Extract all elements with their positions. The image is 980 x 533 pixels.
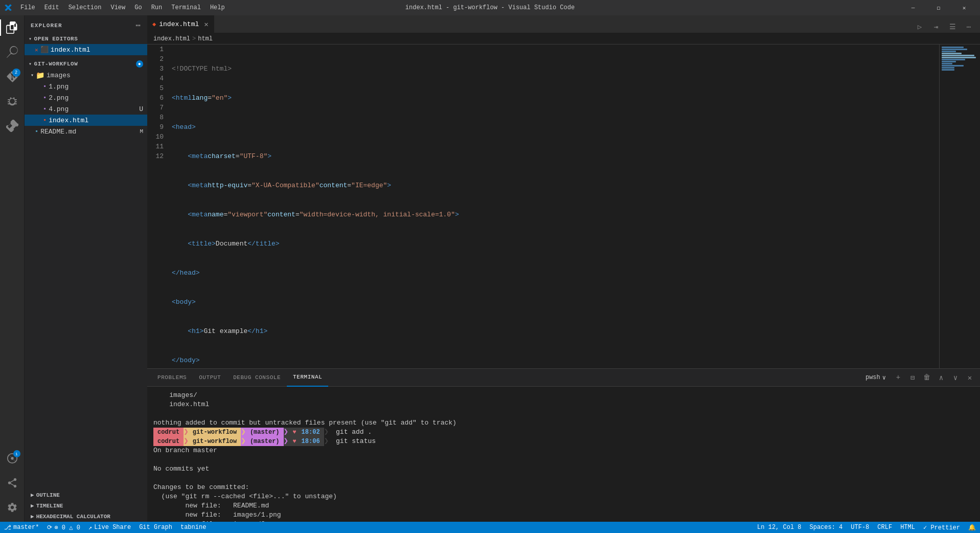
- folder-icon: 📁: [36, 71, 44, 80]
- tab-label: index.html: [159, 20, 199, 28]
- file-readme-label: README.md: [40, 128, 76, 136]
- folder-chevron: ▾: [31, 72, 34, 78]
- terminal-dropdown-icon[interactable]: ∨: [882, 374, 886, 382]
- menu-view[interactable]: View: [106, 3, 129, 12]
- minimize-button[interactable]: —: [901, 0, 925, 15]
- window-controls: — ◻ ✕: [901, 0, 976, 15]
- file-readme-md[interactable]: ▪ README.md M: [25, 126, 147, 137]
- file-2-png[interactable]: ▪ 2.png: [25, 92, 147, 103]
- line-numbers: 1 2 3 4 5 6 7 8 9 10 11 12: [147, 45, 170, 368]
- panel-tab-debug[interactable]: DEBUG CONSOLE: [227, 369, 287, 387]
- code-line-9: <body>: [172, 297, 939, 307]
- terminal-line: (use "git rm --cached <file>..." to unst…: [153, 492, 974, 501]
- close-editor-icon[interactable]: ✕: [35, 47, 38, 53]
- add-terminal-button[interactable]: +: [892, 371, 904, 384]
- status-branch-label: master*: [13, 524, 39, 531]
- timeline-section[interactable]: ▶ TIMELINE: [25, 500, 147, 511]
- status-notifications[interactable]: 🔔: [964, 524, 980, 531]
- status-formatter[interactable]: ✓ Prettier: [919, 524, 964, 531]
- status-sync[interactable]: ⟳ ⊗ 0 △ 0: [43, 522, 84, 533]
- file-1-png[interactable]: ▪ 1.png: [25, 81, 147, 92]
- prompt-time: ♥ 18:02: [288, 428, 324, 437]
- status-liveshare[interactable]: ↗ Live Share: [84, 522, 135, 533]
- split-terminal-button[interactable]: ⊟: [906, 371, 919, 384]
- hexdecimal-section[interactable]: ▶ HEXADECIMAL CALCULATOR: [25, 511, 147, 522]
- code-editor[interactable]: 1 2 3 4 5 6 7 8 9 10 11 12 <!DOCTYPE htm…: [147, 45, 980, 368]
- menu-help[interactable]: Help: [206, 3, 229, 12]
- status-tabnine[interactable]: tabnine: [176, 522, 210, 533]
- maximize-button[interactable]: ◻: [927, 0, 950, 15]
- md-file-icon: ▪: [35, 128, 38, 135]
- activity-settings-icon[interactable]: [0, 495, 25, 520]
- sidebar-new-file-icon[interactable]: ⋯: [135, 20, 141, 31]
- folder-label: images: [47, 72, 71, 79]
- panel-tab-problems[interactable]: PROBLEMS: [151, 369, 193, 387]
- status-spaces[interactable]: Spaces: 4: [806, 524, 847, 531]
- menu-file[interactable]: File: [16, 3, 39, 12]
- terminal-shell-name: pwsh: [865, 374, 880, 381]
- readme-badge: M: [140, 128, 143, 135]
- menu-run[interactable]: Run: [147, 3, 167, 12]
- close-button[interactable]: ✕: [952, 0, 976, 15]
- activity-liveshare-icon[interactable]: [0, 471, 25, 495]
- status-branch[interactable]: ⎇ master*: [0, 522, 43, 533]
- git-workflow-section[interactable]: ▾ GIT-WORKFLOW ●: [25, 58, 147, 70]
- code-line-3: <head>: [172, 122, 939, 132]
- tab-index-html[interactable]: ◆ index.html ✕: [147, 15, 214, 33]
- split-editor-right-icon[interactable]: ⇥: [929, 20, 943, 33]
- terminal-line: [153, 474, 974, 483]
- breadcrumb-element[interactable]: html: [198, 35, 213, 42]
- open-editors-section[interactable]: ▾ Open Editors: [25, 34, 147, 44]
- terminal-line: new file: images/1.png: [153, 510, 974, 520]
- activity-debug-icon[interactable]: [0, 89, 25, 114]
- sidebar-title: Explorer: [31, 23, 62, 29]
- arrow-1: ❯: [184, 428, 189, 437]
- code-line-8: </head>: [172, 268, 939, 278]
- panel-tabs: PROBLEMS OUTPUT DEBUG CONSOLE TERMINAL p…: [147, 369, 980, 387]
- tab-file-icon: ◆: [152, 20, 156, 28]
- terminal-prompt-2: codrut❯git-workflow❯(master)❯♥ 18:06❯ gi…: [153, 437, 974, 446]
- terminal-line: images/: [153, 391, 974, 400]
- trash-terminal-button[interactable]: 🗑: [921, 371, 933, 384]
- activity-search-icon[interactable]: [0, 40, 25, 64]
- activity-git-icon[interactable]: 2: [0, 64, 25, 89]
- activity-extensions-icon[interactable]: [0, 114, 25, 138]
- sidebar-bottom: ▶ OUTLINE ▶ TIMELINE ▶ HEXADECIMAL CALCU…: [25, 490, 147, 522]
- more-actions-icon[interactable]: ⋯: [962, 20, 976, 33]
- collapse-panel-button[interactable]: ∧: [935, 371, 947, 384]
- breadcrumb-file[interactable]: index.html: [153, 35, 190, 42]
- maximize-panel-button[interactable]: ∨: [949, 371, 962, 384]
- menu-terminal[interactable]: Terminal: [167, 3, 205, 12]
- close-panel-button[interactable]: ✕: [964, 371, 976, 384]
- terminal-line: index.html: [153, 400, 974, 409]
- menu-selection[interactable]: Selection: [64, 3, 106, 12]
- toggle-panel-icon[interactable]: ☰: [945, 20, 960, 33]
- code-line-7: <title>Document</title>: [172, 239, 939, 249]
- run-button[interactable]: ▷: [913, 20, 927, 33]
- outline-section[interactable]: ▶ OUTLINE: [25, 490, 147, 500]
- file-4-png[interactable]: ▪ 4.png U: [25, 103, 147, 115]
- status-liveshare-label: Live Share: [94, 524, 131, 531]
- status-eol[interactable]: CRLF: [873, 524, 896, 531]
- code-line-11: </body>: [172, 356, 939, 365]
- status-encoding[interactable]: UTF-8: [847, 524, 873, 531]
- panel-tab-terminal[interactable]: TERMINAL: [287, 369, 328, 387]
- panel-tab-output[interactable]: OUTPUT: [193, 369, 227, 387]
- file-index-html[interactable]: ▪ index.html: [25, 115, 147, 126]
- menu-go[interactable]: Go: [130, 3, 146, 12]
- folder-images[interactable]: ▾ 📁 images: [25, 70, 147, 81]
- status-gitgraph[interactable]: Git Graph: [135, 522, 176, 533]
- tab-close-button[interactable]: ✕: [204, 20, 208, 29]
- open-editor-index-html[interactable]: ✕ ⬛ index.html: [25, 44, 147, 55]
- activity-remote-icon[interactable]: 1: [0, 446, 25, 471]
- activity-files-icon[interactable]: [0, 15, 25, 40]
- code-line-1: <!DOCTYPE html>: [172, 64, 939, 74]
- status-language[interactable]: HTML: [896, 524, 919, 531]
- code-content[interactable]: <!DOCTYPE html> <html lang="en"> <head> …: [170, 45, 939, 368]
- menu-edit[interactable]: Edit: [40, 3, 63, 12]
- activity-bar: 2 1: [0, 15, 25, 522]
- outline-chevron: ▶: [31, 492, 34, 498]
- status-position[interactable]: Ln 12, Col 8: [753, 524, 805, 531]
- terminal-command: git add .: [332, 428, 372, 437]
- terminal-content[interactable]: images/ index.html nothing added to comm…: [147, 387, 980, 522]
